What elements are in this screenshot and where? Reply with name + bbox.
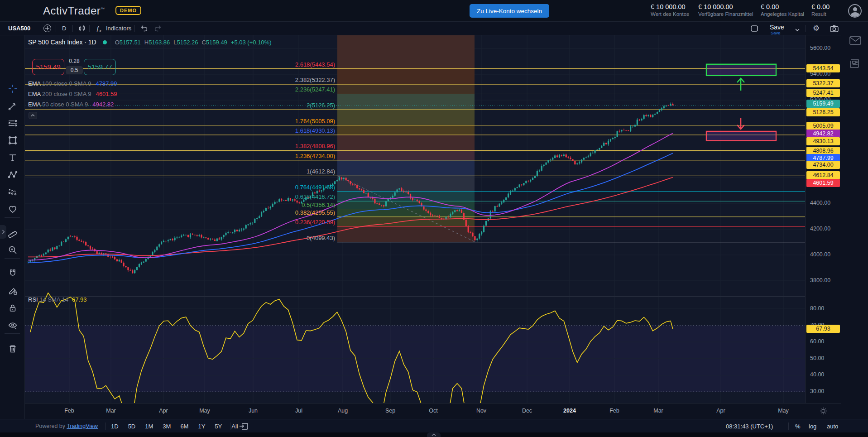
forecast-icon[interactable] (6, 186, 19, 198)
percent-scale-button[interactable]: % (795, 423, 801, 430)
price-tick: 5600.00 (810, 45, 830, 51)
indicator-row-ema50[interactable]: EMA 50 close 0 SMA 94942.82 (28, 101, 114, 111)
svg-text:2.382(5322.37): 2.382(5322.37) (295, 77, 335, 83)
padlock-icon[interactable] (6, 302, 19, 314)
rsi-tick: 80.00 (810, 305, 824, 312)
user-avatar[interactable] (848, 4, 862, 18)
stat-account-value: € 10 000.00Wert des Kontos (651, 3, 689, 17)
svg-text:0.236(4220.59): 0.236(4220.59) (295, 219, 335, 226)
svg-text:0.5(4356.14): 0.5(4356.14) (302, 202, 335, 208)
fib-retracement-bands[interactable] (337, 35, 475, 242)
chart-style-icon[interactable] (78, 24, 86, 34)
price-label-badge: 5322.37 (806, 79, 840, 87)
time-tick: May (773, 408, 793, 414)
zoom-in-icon[interactable] (6, 244, 19, 256)
app-header: ActivTrader™ DEMO Zu Live-Konto wechseln… (0, 0, 868, 22)
buy-button[interactable]: 5159.77 (84, 59, 116, 75)
price-label-badge: 5247.41 (806, 89, 840, 97)
legend-collapse-chevron[interactable] (29, 112, 37, 119)
interval-button[interactable]: D (62, 25, 66, 32)
time-axis[interactable]: FebMarAprMayJunJulAugSepOctNovDec2024Feb… (25, 403, 841, 419)
ruler-icon[interactable] (6, 226, 19, 239)
chart-pane[interactable]: 2.618(5443.54)2.382(5322.37)2.236(5247.4… (25, 35, 805, 403)
pattern-icon[interactable] (6, 168, 19, 181)
toolbar-divider (134, 25, 135, 32)
svg-text:0.382(4295.55): 0.382(4295.55) (295, 209, 335, 216)
log-scale-button[interactable]: log (809, 423, 816, 430)
toolbar-divider (89, 25, 90, 32)
toolbar-divider (72, 25, 73, 32)
svg-text:2(5126.25): 2(5126.25) (307, 102, 335, 109)
range-button-1y[interactable]: 1Y (198, 423, 205, 430)
save-sublabel[interactable]: Save (771, 30, 781, 35)
news-icon[interactable] (849, 58, 860, 70)
favorites-heart-icon[interactable] (6, 203, 19, 216)
indicator-row-ema200[interactable]: EMA 200 close 0 SMA 94601.59 (28, 91, 117, 101)
time-tick: Jun (243, 408, 263, 414)
time-tick: Sep (380, 408, 400, 414)
price-label-badge: 4930.13 (806, 137, 840, 145)
gear-icon[interactable]: ⚙ (813, 24, 820, 33)
range-button-6m[interactable]: 6M (180, 423, 188, 430)
symbol-legend[interactable]: SP 500 Cash Index · 1DO5157.51H5163.86L5… (28, 38, 271, 46)
indicator-row-ema100[interactable]: EMA 100 close 0 SMA 94787.99 (28, 80, 117, 90)
range-button-5d[interactable]: 5D (128, 423, 136, 430)
trademark: ™ (101, 7, 105, 11)
magnet-icon[interactable] (6, 267, 19, 280)
range-button-all[interactable]: All (231, 423, 238, 430)
range-button-3m[interactable]: 3M (163, 423, 171, 430)
clock-label[interactable]: 08:31:43 (UTC+1) (726, 423, 773, 430)
shapes-icon[interactable] (6, 134, 19, 147)
goto-date-icon[interactable] (239, 422, 248, 432)
range-button-5y[interactable]: 5Y (215, 423, 222, 430)
chevron-down-icon[interactable] (795, 26, 800, 33)
expand-panel-tab[interactable] (427, 432, 441, 437)
activtrader-app: ActivTrader™ DEMO Zu Live-Konto wechseln… (0, 0, 868, 437)
layout-icon[interactable] (751, 25, 758, 33)
undo-icon[interactable] (140, 24, 148, 34)
time-tick: Apr (711, 408, 731, 414)
crosshair-icon[interactable] (6, 82, 19, 95)
indicators-button[interactable]: Indicators (106, 25, 131, 32)
price-label-badge: 5159.49 (806, 100, 840, 108)
sun-icon[interactable] (820, 407, 827, 417)
svg-text:1(4612.84): 1(4612.84) (307, 168, 335, 175)
mail-icon[interactable] (849, 36, 861, 47)
toolbar-separator (5, 258, 20, 259)
collapse-panel-chevron[interactable] (0, 225, 6, 239)
price-label-badge: 5126.25 (806, 108, 840, 116)
stat-available-funds: € 10 000.00Verfügbare Finanzmittel (698, 3, 753, 17)
pencil-lock-icon[interactable] (6, 284, 19, 297)
trash-icon[interactable] (6, 342, 19, 355)
trend-line-icon[interactable] (6, 100, 19, 112)
indicator-row-rsi[interactable]: RSI 14 SMA 1467.93 (28, 296, 86, 303)
horizontal-lines-icon[interactable] (6, 117, 19, 130)
rsi-tick: 60.00 (810, 338, 824, 345)
range-button-1m[interactable]: 1M (145, 423, 153, 430)
hide-drawings-icon[interactable] (6, 319, 19, 331)
text-tool-icon[interactable] (6, 151, 19, 164)
price-axis[interactable]: 5600.005400.005200.004400.004200.004000.… (805, 35, 841, 403)
price-label-badge: 4612.84 (806, 171, 840, 179)
camera-icon[interactable] (830, 25, 839, 34)
redo-icon[interactable] (154, 24, 162, 34)
compare-add-icon[interactable] (43, 24, 51, 32)
rsi-tick: 50.00 (810, 355, 824, 361)
chart-title: SP 500 Cash Index · 1D (28, 38, 96, 46)
price-label-badge: 5443.54 (806, 64, 840, 72)
price-label-badge: 4734.00 (806, 161, 840, 169)
auto-scale-button[interactable]: auto (827, 423, 838, 430)
rsi-tick: 40.00 (810, 371, 824, 378)
time-tick: Oct (423, 408, 443, 414)
tradingview-link[interactable]: TradingView (67, 423, 98, 429)
time-tick: Feb (604, 408, 624, 414)
stat-invested-capital: € 0.00Angelegtes Kapital (761, 3, 804, 17)
symbol-button[interactable]: USA500 (8, 25, 30, 32)
sell-button[interactable]: 5159.49 (32, 59, 64, 75)
switch-to-live-button[interactable]: Zu Live-Konto wechseln (470, 4, 549, 18)
save-button[interactable]: Save (770, 24, 784, 31)
price-chart[interactable]: 2.618(5443.54)2.382(5322.37)2.236(5247.4… (25, 35, 805, 403)
range-button-1d[interactable]: 1D (111, 423, 119, 430)
time-tick: Apr (153, 408, 173, 414)
time-tick: Feb (59, 408, 79, 414)
